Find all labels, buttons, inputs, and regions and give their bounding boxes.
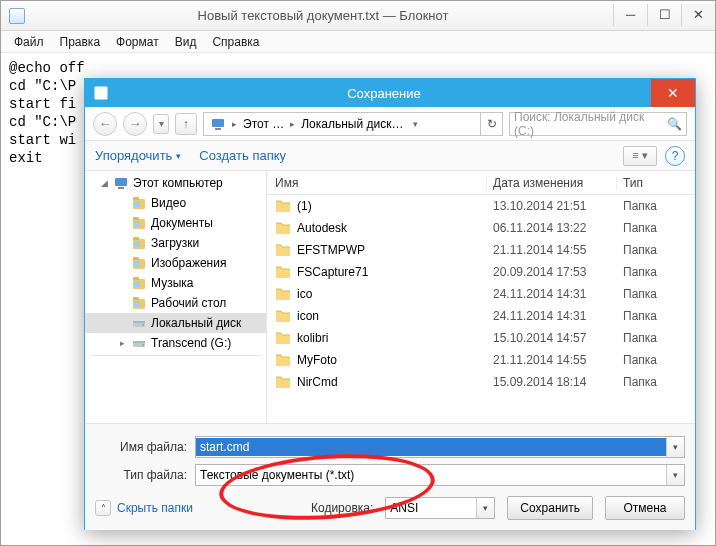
tree-item[interactable]: Видео	[85, 193, 266, 213]
new-folder-button[interactable]: Создать папку	[199, 148, 286, 163]
svg-rect-5	[133, 197, 139, 200]
save-button[interactable]: Сохранить	[507, 496, 593, 520]
drive-icon	[131, 315, 147, 331]
filetype-combo[interactable]: Текстовые документы (*.txt) ▾	[195, 464, 685, 486]
file-type: Папка	[617, 287, 695, 301]
dialog-toolbar: Упорядочить ▾ Создать папку ≡ ▾ ?	[85, 141, 695, 171]
svg-rect-18	[134, 281, 140, 287]
file-list-header[interactable]: Имя Дата изменения Тип	[267, 171, 695, 195]
tree-item[interactable]: Локальный диск	[85, 313, 266, 333]
file-row[interactable]: kolibri15.10.2014 14:57Папка	[267, 327, 695, 349]
svg-rect-14	[133, 257, 139, 260]
file-type: Папка	[617, 265, 695, 279]
file-type: Папка	[617, 243, 695, 257]
svg-rect-8	[133, 217, 139, 220]
tree-item[interactable]: Изображения	[85, 253, 266, 273]
tree-item[interactable]: ◢Этот компьютер	[85, 173, 266, 193]
organize-button[interactable]: Упорядочить ▾	[95, 148, 181, 163]
file-row[interactable]: EFSTMPWP21.11.2014 14:55Папка	[267, 239, 695, 261]
file-name: MyFoto	[297, 353, 337, 367]
col-type[interactable]: Тип	[617, 176, 695, 190]
search-icon: 🔍	[667, 117, 682, 131]
menu-help[interactable]: Справка	[205, 33, 266, 51]
filetype-dropdown[interactable]: ▾	[666, 465, 684, 485]
menu-file[interactable]: Файл	[7, 33, 51, 51]
notepad-menubar: Файл Правка Формат Вид Справка	[1, 31, 715, 53]
tree-item-label: Рабочий стол	[151, 296, 226, 310]
file-name: (1)	[297, 199, 312, 213]
nav-up-button[interactable]: ↑	[175, 113, 197, 135]
filename-dropdown[interactable]: ▾	[666, 437, 684, 457]
library-icon	[131, 275, 147, 291]
nav-back-button[interactable]: ←	[93, 112, 117, 136]
breadcrumb-bar[interactable]: ▸ Этот … ▸ Локальный диск… ▾ ↻	[203, 112, 503, 136]
file-date: 15.09.2014 18:14	[487, 375, 617, 389]
filename-combo[interactable]: ▾	[195, 436, 685, 458]
file-row[interactable]: NirCmd15.09.2014 18:14Папка	[267, 371, 695, 393]
tree-item-label: Transcend (G:)	[151, 336, 231, 350]
svg-rect-20	[133, 297, 139, 300]
search-placeholder: Поиск: Локальный диск (C:)	[514, 110, 667, 138]
refresh-button[interactable]: ↻	[480, 113, 502, 135]
file-date: 06.11.2014 13:22	[487, 221, 617, 235]
menu-edit[interactable]: Правка	[53, 33, 108, 51]
computer-icon	[210, 116, 226, 132]
cancel-button[interactable]: Отмена	[605, 496, 685, 520]
help-button[interactable]: ?	[665, 146, 685, 166]
chevron-down-icon: ▾	[176, 151, 181, 161]
save-dialog: Сохранение ✕ ← → ▾ ↑ ▸ Этот … ▸ Локальны…	[84, 78, 696, 530]
nav-forward-button[interactable]: →	[123, 112, 147, 136]
encoding-dropdown[interactable]: ▾	[476, 498, 494, 518]
view-mode-button[interactable]: ≡ ▾	[623, 146, 657, 166]
svg-rect-9	[134, 221, 140, 227]
encoding-value: ANSI	[386, 501, 476, 515]
file-row[interactable]: Autodesk06.11.2014 13:22Папка	[267, 217, 695, 239]
folder-icon	[275, 220, 291, 237]
library-icon	[131, 215, 147, 231]
tree-item[interactable]: Документы	[85, 213, 266, 233]
svg-rect-2	[115, 178, 127, 186]
filename-input[interactable]	[196, 438, 666, 456]
file-row[interactable]: ico24.11.2014 14:31Папка	[267, 283, 695, 305]
tree-item-label: Документы	[151, 216, 213, 230]
folder-icon	[275, 352, 291, 369]
breadcrumb-path[interactable]: Локальный диск…	[297, 117, 407, 131]
maximize-button[interactable]: ☐	[647, 4, 681, 26]
file-date: 15.10.2014 14:57	[487, 331, 617, 345]
file-row[interactable]: icon24.11.2014 14:31Папка	[267, 305, 695, 327]
col-date[interactable]: Дата изменения	[487, 176, 617, 190]
dialog-app-icon	[93, 85, 109, 101]
tree-item[interactable]: ▸Transcend (G:)	[85, 333, 266, 353]
file-name: EFSTMPWP	[297, 243, 365, 257]
tree-toggle-icon[interactable]: ◢	[99, 178, 109, 188]
file-list[interactable]: Имя Дата изменения Тип (1)13.10.2014 21:…	[267, 171, 695, 423]
tree-toggle-icon[interactable]: ▸	[117, 338, 127, 348]
col-name[interactable]: Имя	[267, 176, 487, 190]
dialog-close-button[interactable]: ✕	[651, 79, 695, 107]
file-row[interactable]: (1)13.10.2014 21:51Папка	[267, 195, 695, 217]
chevron-down-icon[interactable]: ▾	[411, 119, 420, 129]
nav-history-button[interactable]: ▾	[153, 114, 169, 134]
file-row[interactable]: FSCapture7120.09.2014 17:53Папка	[267, 261, 695, 283]
folder-icon	[275, 198, 291, 215]
svg-rect-3	[118, 187, 124, 189]
encoding-combo[interactable]: ANSI ▾	[385, 497, 495, 519]
file-row[interactable]: MyFoto21.11.2014 14:55Папка	[267, 349, 695, 371]
close-button[interactable]: ✕	[681, 4, 715, 26]
folder-tree[interactable]: ◢Этот компьютерВидеоДокументыЗагрузкиИзо…	[85, 171, 267, 423]
notepad-titlebar: Новый текстовый документ.txt — Блокнот ─…	[1, 1, 715, 31]
search-input[interactable]: Поиск: Локальный диск (C:) 🔍	[509, 112, 687, 136]
tree-item[interactable]: Рабочий стол	[85, 293, 266, 313]
minimize-button[interactable]: ─	[613, 4, 647, 26]
folder-icon	[275, 242, 291, 259]
dialog-bottom-panel: Имя файла: ▾ Тип файла: Текстовые докуме…	[85, 423, 695, 530]
tree-item[interactable]: Музыка	[85, 273, 266, 293]
hide-folders-toggle[interactable]: ˄ Скрыть папки	[95, 500, 193, 516]
tree-item[interactable]: Загрузки	[85, 233, 266, 253]
menu-view[interactable]: Вид	[168, 33, 204, 51]
dialog-titlebar: Сохранение ✕	[85, 79, 695, 107]
chevron-right-icon: ▸	[288, 119, 297, 129]
file-date: 21.11.2014 14:55	[487, 243, 617, 257]
menu-format[interactable]: Формат	[109, 33, 166, 51]
breadcrumb-root[interactable]: Этот …	[239, 117, 288, 131]
